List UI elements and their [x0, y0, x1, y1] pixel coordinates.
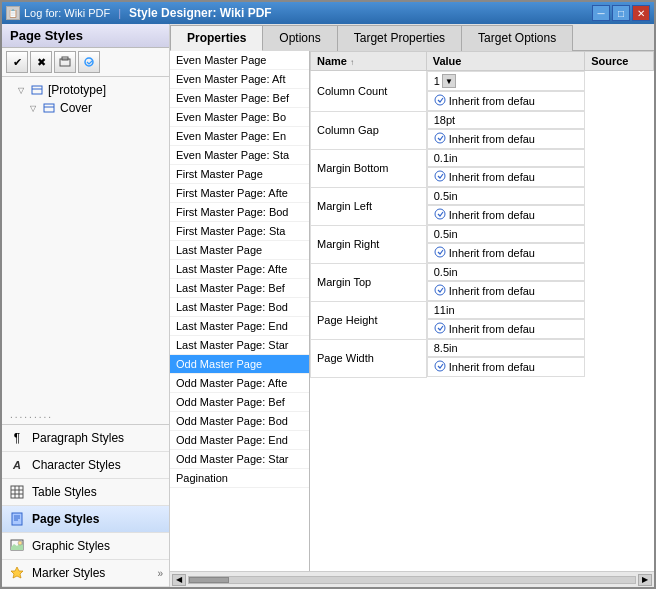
sidebar-item-character-styles[interactable]: A Character Styles	[2, 452, 169, 479]
page-list[interactable]: Even Master Page Even Master Page: Aft E…	[170, 51, 310, 571]
minimize-button[interactable]: ─	[592, 5, 610, 21]
list-item[interactable]: Even Master Page: Bef	[170, 89, 309, 108]
sidebar-item-paragraph-styles[interactable]: ¶ Paragraph Styles	[2, 425, 169, 452]
table-row[interactable]: Margin Top0.5inInherit from defau	[311, 263, 654, 301]
col-header-value[interactable]: Value	[426, 52, 584, 71]
scroll-track[interactable]	[188, 576, 636, 584]
inherit-icon	[434, 322, 446, 336]
prop-name: Margin Top	[311, 263, 427, 301]
sidebar-item-table-styles[interactable]: Table Styles	[2, 479, 169, 506]
scroll-left-button[interactable]: ◀	[172, 574, 186, 586]
paragraph-styles-label: Paragraph Styles	[32, 431, 124, 445]
list-item[interactable]: Last Master Page	[170, 241, 309, 260]
list-item[interactable]: Last Master Page: Bod	[170, 298, 309, 317]
svg-point-17	[18, 541, 22, 545]
list-item[interactable]: Last Master Page: Star	[170, 336, 309, 355]
maximize-button[interactable]: □	[612, 5, 630, 21]
list-item[interactable]: Pagination	[170, 469, 309, 488]
tab-target-options[interactable]: Target Options	[461, 25, 573, 51]
tab-properties[interactable]: Properties	[170, 25, 263, 51]
list-item[interactable]: First Master Page: Bod	[170, 203, 309, 222]
table-row[interactable]: Margin Bottom0.1inInherit from defau	[311, 149, 654, 187]
delete-style-button[interactable]: ✖	[30, 51, 52, 73]
prop-value[interactable]: 8.5in	[427, 339, 585, 357]
panel-title: Page Styles	[2, 24, 169, 48]
list-item[interactable]: Odd Master Page: End	[170, 431, 309, 450]
sidebar-item-graphic-styles[interactable]: Graphic Styles	[2, 533, 169, 560]
prop-value[interactable]: 11in	[427, 301, 585, 319]
prop-value[interactable]: 0.5in	[427, 225, 585, 243]
list-item[interactable]: First Master Page	[170, 165, 309, 184]
prop-name: Margin Left	[311, 187, 427, 225]
sidebar-item-marker-styles[interactable]: Marker Styles »	[2, 560, 169, 587]
table-row[interactable]: Column Gap18ptInherit from defau	[311, 111, 654, 149]
prop-value[interactable]: 0.5in	[427, 263, 585, 281]
col-header-source[interactable]: Source	[585, 52, 654, 71]
cover-label: Cover	[60, 101, 92, 115]
list-item[interactable]: Last Master Page: End	[170, 317, 309, 336]
dropdown-button[interactable]: ▼	[442, 74, 456, 88]
table-styles-label: Table Styles	[32, 485, 97, 499]
scroll-thumb[interactable]	[189, 577, 229, 583]
tab-options[interactable]: Options	[262, 25, 337, 51]
edit-style-button[interactable]	[54, 51, 76, 73]
list-item[interactable]: First Master Page: Afte	[170, 184, 309, 203]
list-item[interactable]: Last Master Page: Afte	[170, 260, 309, 279]
list-item[interactable]: Even Master Page: Sta	[170, 146, 309, 165]
table-row[interactable]: Page Height11inInherit from defau	[311, 301, 654, 339]
new-style-button[interactable]: ✔	[6, 51, 28, 73]
sidebar-item-page-styles[interactable]: Page Styles	[2, 506, 169, 533]
prototype-icon	[30, 83, 44, 97]
title-divider: |	[118, 7, 121, 19]
marker-styles-icon	[8, 564, 26, 582]
style-tree: ▽ [Prototype] ▽ Cover	[2, 77, 169, 405]
prop-source: Inherit from defau	[427, 319, 585, 339]
apply-style-button[interactable]	[78, 51, 100, 73]
tree-item-cover[interactable]: ▽ Cover	[2, 99, 169, 117]
properties-area: Name ↑ Value Source	[310, 51, 654, 571]
tab-target-properties[interactable]: Target Properties	[337, 25, 462, 51]
table-row[interactable]: Margin Left0.5inInherit from defau	[311, 187, 654, 225]
expand-icon[interactable]: »	[157, 568, 163, 579]
list-item[interactable]: Last Master Page: Bef	[170, 279, 309, 298]
horizontal-scrollbar[interactable]: ◀ ▶	[170, 571, 654, 587]
log-label: Log for: Wiki PDF	[24, 7, 110, 19]
window-title: Style Designer: Wiki PDF	[129, 6, 272, 20]
close-button[interactable]: ✕	[632, 5, 650, 21]
scroll-right-button[interactable]: ▶	[638, 574, 652, 586]
list-item[interactable]: Odd Master Page: Bod	[170, 412, 309, 431]
character-styles-label: Character Styles	[32, 458, 121, 472]
svg-point-21	[435, 209, 445, 219]
prop-value[interactable]: 1▼	[427, 71, 585, 91]
prop-value[interactable]: 18pt	[427, 111, 585, 129]
right-panel: Properties Options Target Properties Tar…	[170, 24, 654, 587]
svg-rect-3	[32, 86, 42, 94]
inherit-icon	[434, 132, 446, 146]
cover-icon	[42, 101, 56, 115]
list-item[interactable]: Even Master Page: En	[170, 127, 309, 146]
table-row[interactable]: Margin Right0.5inInherit from defau	[311, 225, 654, 263]
list-item[interactable]: First Master Page: Sta	[170, 222, 309, 241]
table-row[interactable]: Column Count1▼Inherit from defau	[311, 71, 654, 112]
list-item[interactable]: Even Master Page: Bo	[170, 108, 309, 127]
list-item-selected[interactable]: Odd Master Page	[170, 355, 309, 374]
prop-value[interactable]: 0.1in	[427, 149, 585, 167]
list-item[interactable]: Odd Master Page: Star	[170, 450, 309, 469]
list-item[interactable]: Even Master Page: Aft	[170, 70, 309, 89]
svg-point-20	[435, 171, 445, 181]
svg-point-23	[435, 285, 445, 295]
expand-arrow-cover: ▽	[30, 104, 38, 113]
tree-item-prototype[interactable]: ▽ [Prototype]	[2, 81, 169, 99]
expand-arrow-prototype: ▽	[18, 86, 26, 95]
tabs-row: Properties Options Target Properties Tar…	[170, 24, 654, 51]
page-styles-label: Page Styles	[32, 512, 99, 526]
list-item[interactable]: Odd Master Page: Bef	[170, 393, 309, 412]
prop-source: Inherit from defau	[427, 281, 585, 301]
list-item[interactable]: Odd Master Page: Afte	[170, 374, 309, 393]
table-row[interactable]: Page Width8.5inInherit from defau	[311, 339, 654, 377]
list-item[interactable]: Even Master Page	[170, 51, 309, 70]
col-header-name[interactable]: Name ↑	[311, 52, 427, 71]
prop-value[interactable]: 0.5in	[427, 187, 585, 205]
panel-dots: .........	[2, 405, 169, 424]
prop-source: Inherit from defau	[427, 91, 585, 111]
